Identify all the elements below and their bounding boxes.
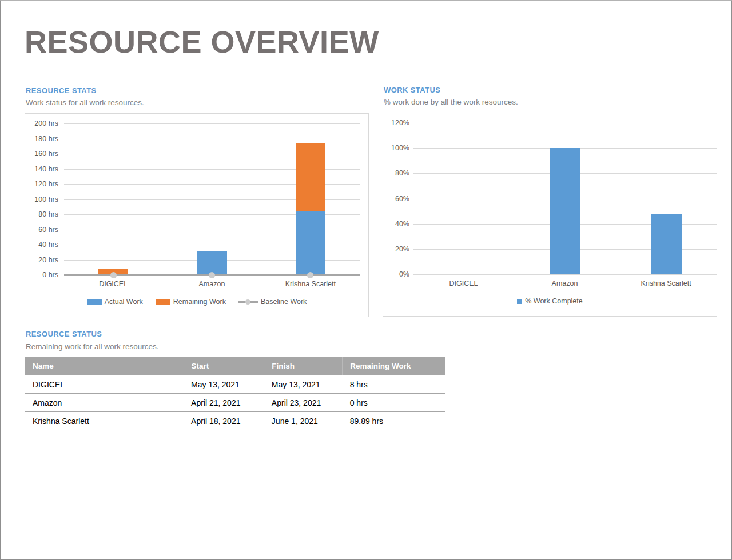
legend-label: Actual Work [105,298,143,306]
x-axis-category-label: DIGICEL [64,279,162,289]
legend-item-actual-work: Actual Work [87,298,143,306]
y-axis-tick-label: 140 hrs [25,165,58,174]
bar-work-complete-amazon [550,148,580,274]
cell-remaining-work: 89.89 hrs [343,412,445,430]
y-axis-tick-label: 60% [383,194,409,203]
resource-stats-heading: RESOURCE STATS [26,86,97,95]
column-header-name: Name [25,357,184,375]
baseline-work-marker [307,272,313,278]
y-axis-tick-label: 120 hrs [25,179,58,189]
y-axis-tick-label: 60 hrs [25,225,58,234]
work-status-chart[interactable]: 0%20%40%60%80%100%120%DIGICELAmazonKrish… [383,113,717,317]
y-axis-tick-label: 20% [383,245,409,254]
work-status-subtitle: % work done by all the work resources. [384,98,518,106]
x-axis-category-label: Amazon [162,279,261,289]
chart-legend: % Work Complete [383,297,717,305]
page-title: RESOURCE OVERVIEW [25,24,379,59]
legend-item-baseline-work: Baseline Work [238,298,307,306]
work-status-heading: WORK STATUS [384,86,440,94]
y-axis-tick-label: 80% [383,169,409,178]
column-header-start: Start [184,357,264,375]
report-page: RESOURCE OVERVIEW RESOURCE STATS Work st… [0,0,732,560]
bar-actual-work-amazon [197,251,227,275]
cell-name: DIGICEL [25,375,184,394]
cell-name: Krishna Scarlett [25,412,184,430]
legend-label: % Work Complete [525,297,583,305]
column-header-remaining-work: Remaining Work [343,357,445,375]
resource-status-table[interactable]: Name Start Finish Remaining Work DIGICEL… [25,357,445,430]
gridline [64,123,360,124]
table-row: Krishna Scarlett April 18, 2021 June 1, … [25,412,445,430]
baseline-work-marker [209,272,215,278]
y-axis-tick-label: 200 hrs [25,119,58,128]
cell-name: Amazon [25,394,184,412]
legend-item-work-complete: % Work Complete [517,297,583,305]
resource-stats-subtitle: Work status for all work resources. [26,98,144,107]
cell-remaining-work: 8 hrs [343,375,445,394]
resource-status-heading: RESOURCE STATUS [26,330,102,338]
cell-finish: April 23, 2021 [264,394,343,412]
y-axis-tick-label: 80 hrs [25,210,58,219]
gridline [64,139,360,139]
column-header-finish: Finish [264,357,343,375]
resource-status-subtitle: Remaining work for all work resources. [26,342,159,351]
y-axis-tick-label: 180 hrs [25,134,58,143]
gridline [413,274,717,275]
chart-legend: Actual WorkRemaining WorkBaseline Work [25,298,368,306]
legend-swatch-icon [517,299,522,304]
legend-swatch-icon [87,299,102,305]
y-axis-tick-label: 100% [383,143,409,153]
y-axis-tick-label: 40% [383,219,409,229]
legend-swatch-icon [156,299,170,305]
resource-stats-chart[interactable]: 0 hrs20 hrs40 hrs60 hrs80 hrs100 hrs120 … [25,113,369,317]
y-axis-tick-label: 0% [383,270,409,279]
table-header-row: Name Start Finish Remaining Work [25,357,445,375]
cell-start: April 18, 2021 [184,412,264,430]
legend-dot-icon [245,299,250,305]
bar-actual-work-krishna-scarlett [296,211,325,275]
bar-work-complete-krishna-scarlett [651,214,682,274]
cell-finish: June 1, 2021 [264,412,343,430]
y-axis-tick-label: 160 hrs [25,149,58,158]
cell-finish: May 13, 2021 [264,375,343,394]
y-axis-tick-label: 100 hrs [25,195,58,204]
legend-item-remaining-work: Remaining Work [156,298,226,306]
cell-remaining-work: 0 hrs [343,394,445,412]
cell-start: April 21, 2021 [184,394,264,412]
x-axis-category-label: Krishna Scarlett [261,279,360,289]
y-axis-tick-label: 120% [383,118,409,127]
baseline-work-marker [110,272,117,278]
y-axis-tick-label: 0 hrs [25,270,58,279]
gridline [413,123,717,123]
y-axis-tick-label: 40 hrs [25,240,58,249]
x-axis-category-label: Amazon [514,279,615,288]
table-row: DIGICEL May 13, 2021 May 13, 2021 8 hrs [25,375,445,394]
y-axis-tick-label: 20 hrs [25,255,58,265]
bar-remaining-work-krishna-scarlett [296,143,325,211]
cell-start: May 13, 2021 [184,375,264,394]
legend-label: Remaining Work [173,298,226,306]
x-axis-category-label: DIGICEL [413,279,514,288]
x-axis-category-label: Krishna Scarlett [615,279,717,288]
legend-label: Baseline Work [261,298,307,306]
table-row: Amazon April 21, 2021 April 23, 2021 0 h… [25,394,445,412]
legend-line-marker-icon [238,299,258,305]
